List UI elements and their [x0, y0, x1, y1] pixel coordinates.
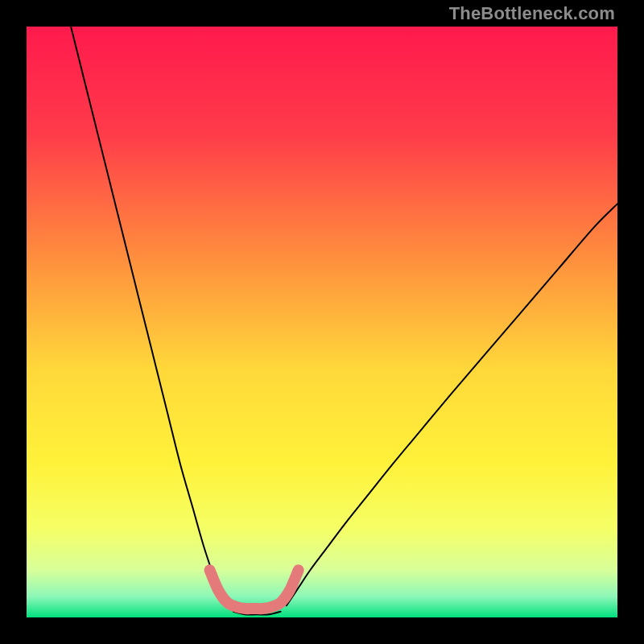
curve-layer [27, 27, 617, 617]
watermark-text: TheBottleneck.com [449, 3, 615, 24]
chart-frame: TheBottleneck.com [0, 0, 644, 644]
series-right-curve [287, 204, 617, 605]
series-left-curve [71, 27, 225, 605]
pink-marker-band [210, 570, 299, 609]
plot-area [27, 27, 617, 617]
